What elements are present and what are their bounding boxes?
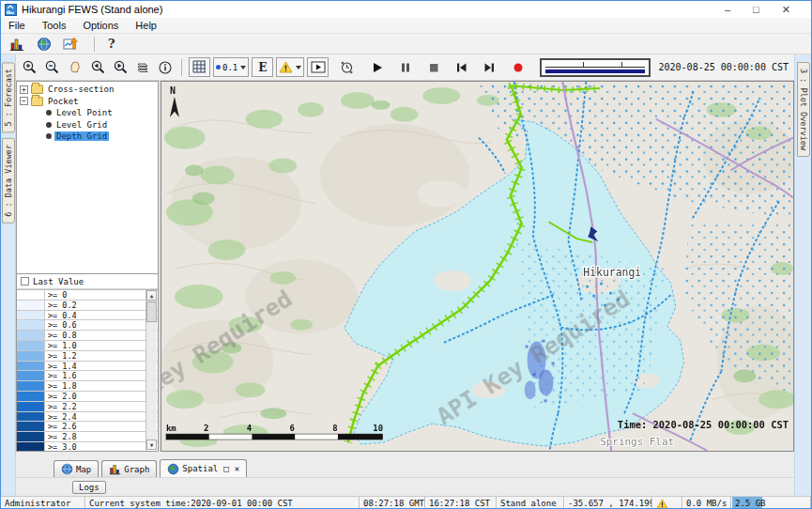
zoom-out-icon[interactable]: [42, 58, 62, 77]
legend-row: >= 1.8: [17, 381, 158, 392]
time-slider[interactable]: [540, 58, 650, 77]
spatial-display-icon[interactable]: [34, 35, 54, 54]
time-slider-ticks: [545, 62, 644, 69]
menu-file[interactable]: File: [8, 20, 25, 31]
layers-icon[interactable]: [132, 58, 152, 77]
scrollbar-thumb[interactable]: [146, 301, 157, 322]
pause-icon[interactable]: [395, 58, 415, 77]
tree-item-cross-section[interactable]: + Cross-section: [17, 84, 158, 96]
legend-row: >= 3.0: [17, 442, 158, 451]
svg-text:km: km: [166, 424, 176, 433]
expand-icon[interactable]: +: [20, 85, 28, 94]
tab-map[interactable]: Map: [54, 460, 99, 477]
logs-button[interactable]: Logs: [72, 481, 106, 494]
step-back-icon[interactable]: [452, 58, 471, 77]
tree-item-level-point[interactable]: Level Point: [17, 107, 158, 119]
warning-icon: [279, 61, 293, 73]
svg-text:2: 2: [204, 424, 208, 433]
globe-icon: [61, 463, 73, 475]
leaf-bullet-icon: [46, 110, 52, 116]
zoom-next-icon[interactable]: [110, 58, 130, 77]
grid-display-button[interactable]: [189, 57, 210, 77]
current-time-label: 2020-08-25 00:00:00 CST: [659, 62, 790, 72]
bar-chart-icon: [109, 463, 121, 475]
menu-options[interactable]: Options: [83, 20, 118, 31]
title-bar: Hikurangi FEWS (Stand alone) – □ ✕: [1, 1, 811, 18]
menu-help[interactable]: Help: [135, 20, 157, 31]
window-title: Hikurangi FEWS (Stand alone): [22, 4, 162, 15]
legend-swatch: [17, 331, 45, 340]
map-canvas[interactable]: API Key Required API Key Required Hikura…: [161, 82, 793, 451]
collapse-icon[interactable]: −: [20, 97, 28, 105]
legend-scrollbar[interactable]: ▲ ▼: [146, 290, 157, 450]
contour-interval-value: 0.1: [222, 63, 237, 72]
minimize-button[interactable]: –: [725, 4, 730, 16]
legend-row: >= 2.0: [17, 392, 158, 402]
info-icon[interactable]: [155, 58, 175, 77]
legend-swatch: [17, 381, 45, 391]
status-coordinates: -35.657 , 174.199: [564, 497, 652, 509]
legend-row: >= 0.8: [17, 331, 158, 341]
scroll-down-icon[interactable]: ▼: [146, 440, 157, 450]
main-toolbar: ?: [1, 34, 811, 54]
bottom-gap: [16, 452, 794, 459]
right-tab-strip: 3 : Plot Overview: [794, 54, 811, 496]
bar-chart-display-icon[interactable]: [7, 35, 26, 54]
scroll-up-icon[interactable]: ▲: [146, 290, 157, 301]
maximize-button[interactable]: □: [753, 4, 759, 16]
tree-item-depth-grid[interactable]: Depth Grid: [17, 131, 158, 143]
legend-swatch: [17, 402, 45, 411]
contour-dot-icon: [216, 65, 221, 69]
legend-swatch: [17, 362, 45, 371]
data-export-icon[interactable]: [61, 35, 81, 54]
last-value-checkbox[interactable]: [21, 277, 29, 285]
tree-item-pocket[interactable]: − Pocket: [17, 96, 158, 108]
tree-item-level-grid[interactable]: Level Grid: [17, 119, 158, 131]
legend-rows: >= 0 >= 0.2 >= 0.4 >= 0.6 >= 0.8 >= 1.0 …: [17, 289, 158, 451]
menu-tools[interactable]: Tools: [42, 20, 67, 31]
legend-row: >= 1.6: [17, 371, 158, 381]
tab-maximize-icon[interactable]: □: [223, 464, 228, 473]
tab-close-icon[interactable]: ✕: [235, 464, 239, 473]
tab-data-viewer[interactable]: 6 : Data Viewer: [2, 138, 15, 224]
status-local-time: 16:27:18 CST: [425, 497, 497, 509]
svg-text:4: 4: [247, 424, 252, 433]
status-warning[interactable]: [652, 497, 682, 509]
warning-icon: [656, 499, 668, 509]
status-user: Administrator: [1, 497, 85, 509]
step-forward-icon[interactable]: [480, 58, 499, 77]
map-view[interactable]: API Key Required API Key Required Hikura…: [161, 81, 794, 452]
pan-icon[interactable]: [65, 58, 84, 77]
layer-tree: + Cross-section − Pocket Level P: [16, 81, 159, 274]
stop-icon[interactable]: [423, 58, 443, 77]
tab-graph[interactable]: Graph: [101, 460, 157, 477]
left-tab-strip: 5 : Forecast 6 : Data Viewer: [1, 54, 16, 496]
time-navigator-icon[interactable]: [337, 58, 357, 77]
tab-plot-overview[interactable]: 3 : Plot Overview: [797, 62, 810, 157]
status-download-rate: 0.0 MB/s: [682, 497, 731, 509]
contour-interval-dropdown[interactable]: 0.1: [213, 57, 249, 77]
record-icon[interactable]: [508, 58, 528, 77]
leaf-bullet-icon: [46, 122, 52, 128]
animation-button[interactable]: [307, 57, 329, 77]
legend-row: >= 2.6: [17, 422, 158, 432]
toolbar-separator: [94, 37, 95, 52]
tab-forecast[interactable]: 5 : Forecast: [2, 62, 15, 132]
legend-row: >= 0.6: [17, 320, 158, 331]
help-icon[interactable]: ?: [108, 37, 115, 51]
svg-text:10: 10: [373, 424, 383, 433]
menu-bar: File Tools Options Help: [1, 18, 811, 34]
zoom-previous-icon[interactable]: [87, 58, 107, 77]
display-tabs: Map Graph Spatial □ ✕: [16, 459, 794, 477]
tab-spatial[interactable]: Spatial □ ✕: [160, 459, 247, 477]
zoom-in-icon[interactable]: [20, 58, 39, 77]
close-button[interactable]: ✕: [782, 4, 790, 16]
legend-swatch: [17, 290, 45, 300]
folder-icon: [31, 85, 43, 94]
toolbar-separator: [181, 59, 182, 76]
thresholds-dropdown[interactable]: [276, 57, 304, 77]
folder-icon: [31, 97, 43, 106]
svg-text:6: 6: [289, 424, 294, 433]
play-icon[interactable]: [367, 58, 387, 77]
elevation-button[interactable]: E: [252, 57, 273, 77]
